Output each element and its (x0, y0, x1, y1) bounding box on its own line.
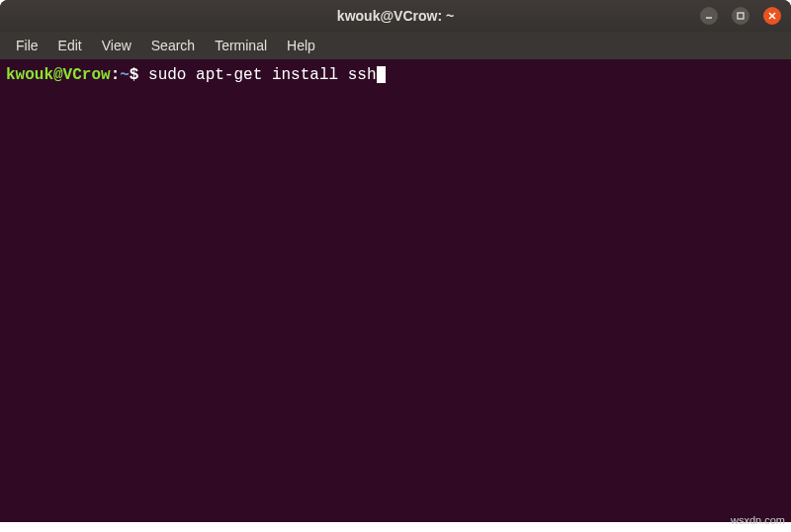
minimize-icon (704, 11, 714, 21)
menu-file[interactable]: File (8, 36, 46, 55)
prompt-user-host: kwouk@VCrow (6, 65, 111, 86)
terminal-body[interactable]: kwouk@VCrow:~$ sudo apt-get install ssh (0, 59, 791, 522)
window-title: kwouk@VCrow: ~ (337, 8, 454, 24)
close-button[interactable] (763, 7, 781, 25)
window-controls (700, 7, 781, 25)
command-text: sudo apt-get install ssh (138, 65, 376, 86)
prompt-path: ~ (120, 65, 130, 86)
menu-search[interactable]: Search (143, 36, 203, 55)
terminal-window: kwouk@VCrow: ~ File Edit View Search Ter… (0, 0, 791, 522)
menu-terminal[interactable]: Terminal (207, 36, 275, 55)
menu-edit[interactable]: Edit (50, 36, 90, 55)
minimize-button[interactable] (700, 7, 718, 25)
menu-help[interactable]: Help (279, 36, 323, 55)
menu-view[interactable]: View (94, 36, 139, 55)
close-icon (767, 11, 777, 21)
svg-rect-1 (738, 13, 744, 19)
maximize-button[interactable] (732, 7, 749, 25)
title-bar[interactable]: kwouk@VCrow: ~ (0, 0, 791, 32)
prompt-symbol: $ (130, 65, 139, 86)
cursor-icon (377, 66, 386, 83)
watermark: wsxdn.com (731, 514, 785, 526)
prompt-line: kwouk@VCrow:~$ sudo apt-get install ssh (6, 65, 785, 86)
menu-bar: File Edit View Search Terminal Help (0, 32, 791, 59)
prompt-separator: : (111, 65, 121, 86)
maximize-icon (736, 11, 746, 21)
